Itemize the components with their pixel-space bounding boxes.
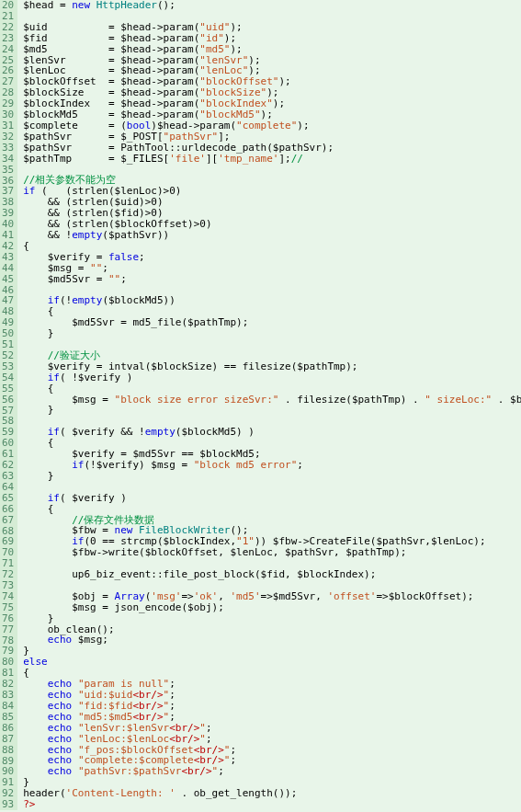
code-line: $head = new HttpHeader(); (23, 0, 521, 11)
code-line: header('Content-Length: ' . ob_get_lengt… (23, 788, 521, 799)
code-line: } (23, 405, 521, 416)
line-number: 75 (2, 602, 14, 613)
line-number: 43 (2, 252, 14, 263)
line-number: 86 (2, 723, 14, 734)
line-number: 77 (2, 624, 14, 635)
line-number: 87 (2, 734, 14, 745)
code-line: } (23, 646, 521, 657)
line-number: 55 (2, 383, 14, 395)
line-number: 23 (2, 33, 14, 44)
code-line: $pathTmp = $_FILES['file']['tmp_name'];/… (23, 154, 521, 165)
line-number: 32 (2, 132, 14, 143)
code-line: echo "pathSvr:$pathSvr<br/>"; (23, 766, 521, 777)
code-line: $msg = json_encode($obj); (23, 602, 521, 613)
line-number-gutter: 2021222324252627282930313233343536373839… (0, 0, 17, 810)
line-number: 64 (2, 482, 14, 493)
line-number: 54 (2, 372, 14, 383)
line-number: 56 (2, 395, 14, 406)
code-line: if( $verify ) (23, 493, 521, 504)
line-number: 22 (2, 22, 14, 33)
line-number: 93 (2, 799, 14, 810)
line-number: 44 (2, 263, 14, 274)
code-line: if( !$verify ) (23, 372, 521, 383)
code-line: if(!$verify) $msg = "block md5 error"; (23, 460, 521, 471)
code-line: $fbw->write($blockOffset, $lenLoc, $path… (23, 547, 521, 558)
code-line: } (23, 328, 521, 339)
line-number: 88 (2, 745, 14, 756)
code-line: $md5Svr = ""; (23, 274, 521, 285)
line-number: 34 (2, 154, 14, 165)
code-area[interactable]: $head = new HttpHeader();$uid = $head->p… (17, 0, 521, 810)
line-number: 76 (2, 613, 14, 624)
code-line: else (23, 657, 521, 668)
line-number: 67 (2, 515, 14, 526)
code-line: up6_biz_event::file_post_block($fid, $bl… (23, 569, 521, 580)
code-line: echo $msg; (23, 635, 521, 646)
code-line: $md5Svr = md5_file($pathTmp); (23, 317, 521, 328)
line-number: 66 (2, 504, 14, 515)
line-number: 33 (2, 143, 14, 154)
line-number: 24 (2, 44, 14, 55)
code-line: } (23, 471, 521, 482)
code-line: if( $verify && !empty($blockMd5) ) (23, 427, 521, 438)
line-number: 65 (2, 493, 14, 504)
code-line: && !empty($pathSvr)) (23, 230, 521, 241)
line-number: 35 (2, 165, 14, 176)
code-line: if(!empty($blockMd5)) (23, 295, 521, 306)
line-number: 45 (2, 274, 14, 285)
code-line: $msg = "block size error sizeSvr:" . fil… (23, 395, 521, 406)
code-line: ?> (23, 799, 521, 810)
code-editor: 2021222324252627282930313233343536373839… (0, 0, 521, 810)
